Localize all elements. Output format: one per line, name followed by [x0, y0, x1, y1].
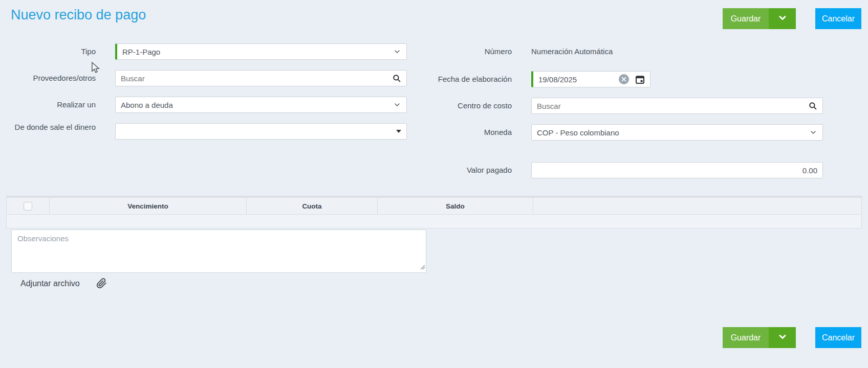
proveedores-label: Proveedores/otros: [0, 70, 96, 86]
chevron-down-icon: [809, 128, 817, 136]
save-button[interactable]: Guardar: [723, 327, 769, 348]
col-vencimiento: Vencimiento: [50, 198, 247, 214]
calendar-icon[interactable]: [635, 75, 645, 84]
clear-date-icon[interactable]: [619, 74, 629, 84]
cancel-button[interactable]: Cancelar: [815, 8, 861, 29]
valor-label: Valor pagado: [409, 162, 512, 178]
fecha-input[interactable]: [538, 72, 619, 87]
observations-wrap: [11, 229, 426, 273]
table-header-row: Vencimiento Cuota Saldo: [7, 198, 861, 215]
fecha-date-field: [531, 71, 650, 87]
col-cuota: Cuota: [247, 198, 378, 214]
moneda-value: COP - Peso colombiano: [537, 128, 619, 137]
col-actions: [533, 198, 861, 214]
tipo-value: RP-1-Pago: [122, 48, 160, 56]
search-icon[interactable]: [392, 74, 401, 83]
chevron-down-icon: [777, 13, 788, 25]
select-all-checkbox[interactable]: [24, 202, 32, 211]
save-button[interactable]: Guardar: [723, 8, 769, 29]
realizar-select[interactable]: Abono a deuda: [115, 97, 407, 113]
numero-label: Número: [409, 43, 512, 60]
valor-field: [531, 162, 823, 178]
observations-textarea[interactable]: [11, 229, 426, 273]
table-empty-body: [7, 215, 861, 228]
dinero-label: De donde sale el dinero: [0, 122, 96, 132]
attach-file-button[interactable]: Adjuntar archivo: [20, 278, 107, 289]
numero-value: Numeración Automática: [531, 43, 613, 60]
save-split-button-top: Guardar: [723, 8, 796, 29]
centro-label: Centro de costo: [409, 98, 512, 114]
chevron-down-icon: [777, 332, 788, 344]
save-options-button[interactable]: [769, 327, 796, 348]
paperclip-icon: [96, 278, 107, 289]
proveedores-search-field: [115, 70, 407, 86]
new-payment-receipt-page: { "page": { "title": "Nuevo recibo de pa…: [0, 0, 868, 368]
cancel-button[interactable]: Cancelar: [815, 327, 861, 348]
save-split-button-bottom: Guardar: [723, 327, 796, 348]
centro-search-field: [531, 98, 823, 114]
attach-file-label: Adjuntar archivo: [20, 279, 80, 288]
chevron-down-icon: [393, 48, 401, 56]
select-all-cell: [7, 198, 50, 214]
realizar-label: Realizar un: [0, 97, 96, 113]
save-options-button[interactable]: [769, 8, 796, 29]
valor-input[interactable]: [537, 163, 817, 178]
col-saldo: Saldo: [378, 198, 533, 214]
tipo-label: Tipo: [0, 43, 96, 60]
installments-table: Vencimiento Cuota Saldo: [6, 196, 862, 228]
dropdown-triangle-icon: [396, 130, 401, 133]
page-title: Nuevo recibo de pago: [11, 7, 146, 23]
tipo-select[interactable]: RP-1-Pago: [115, 43, 407, 60]
moneda-select[interactable]: COP - Peso colombiano: [531, 124, 823, 141]
search-icon[interactable]: [808, 101, 817, 110]
chevron-down-icon: [393, 101, 401, 109]
proveedores-search-input[interactable]: [121, 71, 392, 86]
dinero-dropdown[interactable]: [115, 123, 407, 140]
moneda-label: Moneda: [409, 124, 512, 141]
fecha-label: Fecha de elaboración: [409, 71, 512, 87]
centro-search-input[interactable]: [537, 98, 808, 113]
realizar-value: Abono a deuda: [121, 101, 173, 109]
